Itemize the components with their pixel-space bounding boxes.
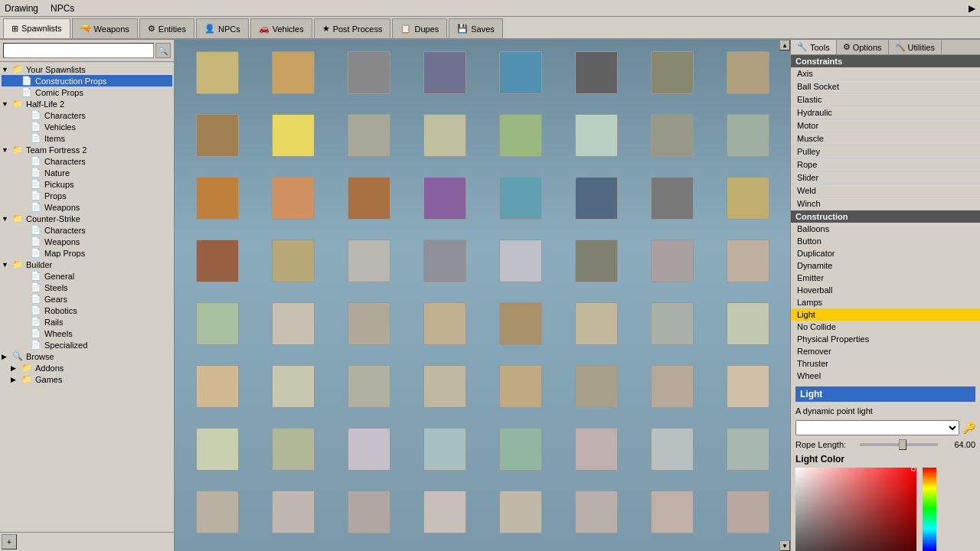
- sprite-cell-24[interactable]: [181, 234, 253, 288]
- sprite-cell-19[interactable]: [408, 171, 481, 225]
- tree-item-tf2-props[interactable]: 📄 Props: [2, 190, 172, 201]
- constraint-motor[interactable]: Motor: [791, 119, 980, 132]
- constraint-rope[interactable]: Rope: [791, 158, 980, 171]
- sprite-cell-25[interactable]: [256, 234, 329, 288]
- construction-remover[interactable]: Remover: [791, 345, 980, 357]
- sprite-cell-55[interactable]: [711, 422, 784, 476]
- tree-toggle-browse-games[interactable]: ▶: [11, 376, 20, 383]
- tree-item-browse-games[interactable]: ▶ 📁 Games: [2, 373, 172, 385]
- sprite-cell-60[interactable]: [484, 485, 557, 539]
- tree-item-tf2-characters[interactable]: 📄 Characters: [2, 155, 172, 167]
- sprite-cell-37[interactable]: [560, 297, 632, 350]
- sprite-cell-22[interactable]: [635, 171, 708, 225]
- sprite-cell-1[interactable]: [256, 46, 329, 99]
- tab-options[interactable]: ⚙ Options: [837, 40, 889, 54]
- sprite-cell-58[interactable]: [332, 485, 405, 539]
- center-scroll-up[interactable]: ▲: [779, 40, 790, 51]
- tree-item-browse-addons[interactable]: ▶ 📁 Addons: [2, 362, 172, 373]
- rope-length-thumb[interactable]: [899, 439, 906, 450]
- tab-npcs[interactable]: 👤 NPCs: [196, 18, 249, 38]
- sprite-cell-56[interactable]: [181, 485, 253, 539]
- color-gradient[interactable]: [795, 468, 916, 551]
- sprite-cell-3[interactable]: [408, 46, 481, 99]
- tab-tools[interactable]: 🔧 Tools: [791, 40, 837, 54]
- sprite-cell-46[interactable]: [635, 360, 708, 413]
- tree-item-half-life-2[interactable]: ▼ 📁 Half-Life 2: [2, 98, 172, 109]
- construction-hoverball[interactable]: Hoverball: [791, 284, 980, 296]
- sprite-cell-41[interactable]: [256, 360, 329, 413]
- tree-item-builder-steels[interactable]: 📄 Steels: [2, 282, 172, 293]
- tree-toggle-your-spawnlists[interactable]: ▼: [2, 66, 11, 73]
- sprite-cell-40[interactable]: [181, 360, 253, 413]
- tree-item-hl2-characters[interactable]: 📄 Characters: [2, 109, 172, 121]
- construction-dynamite[interactable]: Dynamite: [791, 259, 980, 272]
- tab-postprocess[interactable]: ★ Post Process: [314, 18, 391, 38]
- sprite-cell-38[interactable]: [635, 297, 708, 350]
- construction-button[interactable]: Button: [791, 235, 980, 247]
- sprite-cell-14[interactable]: [635, 109, 708, 162]
- constraint-winch[interactable]: Winch: [791, 197, 980, 210]
- sprite-cell-36[interactable]: [484, 297, 557, 350]
- sprite-cell-31[interactable]: [711, 234, 784, 288]
- constraint-slider[interactable]: Slider: [791, 171, 980, 184]
- sprite-cell-49[interactable]: [256, 422, 329, 476]
- constraint-muscle[interactable]: Muscle: [791, 132, 980, 145]
- constraint-ball-socket[interactable]: Ball Socket: [791, 80, 980, 93]
- tree-item-cs-weapons[interactable]: 📄 Weapons: [2, 236, 172, 247]
- sprite-cell-62[interactable]: [635, 485, 708, 539]
- tree-item-browse[interactable]: ▶ 🔍 Browse: [2, 350, 172, 362]
- sprite-cell-39[interactable]: [711, 297, 784, 350]
- constraint-axis[interactable]: Axis: [791, 67, 980, 80]
- sprite-cell-26[interactable]: [332, 234, 405, 288]
- constraint-elastic[interactable]: Elastic: [791, 93, 980, 106]
- sprite-cell-5[interactable]: [560, 46, 632, 99]
- sprite-cell-34[interactable]: [332, 297, 405, 350]
- tree-toggle-builder[interactable]: ▼: [2, 261, 11, 269]
- tree-toggle-team-fortress-2[interactable]: ▼: [2, 146, 11, 154]
- construction-balloons[interactable]: Balloons: [791, 223, 980, 235]
- constraint-pulley[interactable]: Pulley: [791, 145, 980, 158]
- sprite-cell-35[interactable]: [408, 297, 481, 350]
- sprite-cell-53[interactable]: [560, 422, 632, 476]
- tree-item-builder-general[interactable]: 📄 General: [2, 270, 172, 282]
- construction-wheel[interactable]: Wheel: [791, 370, 980, 382]
- search-input[interactable]: [3, 43, 154, 58]
- tree-toggle-browse-addons[interactable]: ▶: [11, 364, 20, 372]
- rope-length-track[interactable]: [860, 443, 938, 446]
- construction-duplicator[interactable]: Duplicator: [791, 247, 980, 259]
- light-settings-icon[interactable]: 🔑: [962, 422, 975, 434]
- tree-toggle-browse[interactable]: ▶: [2, 353, 11, 360]
- tree-item-cs-map-props[interactable]: 📄 Map Props: [2, 247, 172, 259]
- sprite-cell-33[interactable]: [256, 297, 329, 350]
- menu-drawing[interactable]: Drawing: [5, 3, 38, 14]
- construction-thruster[interactable]: Thruster: [791, 357, 980, 370]
- tab-weapons[interactable]: 🔫 Weapons: [72, 18, 138, 38]
- sprite-cell-4[interactable]: [484, 46, 557, 99]
- tree-item-hl2-items[interactable]: 📄 Items: [2, 132, 172, 144]
- sprite-cell-9[interactable]: [256, 109, 329, 162]
- construction-emitter[interactable]: Emitter: [791, 272, 980, 284]
- tab-utilities[interactable]: 🔨 Utilities: [889, 40, 942, 54]
- sprite-cell-59[interactable]: [408, 485, 481, 539]
- sprite-cell-27[interactable]: [408, 234, 481, 288]
- construction-lamps[interactable]: Lamps: [791, 296, 980, 308]
- tree-item-counter-strike[interactable]: ▼ 📁 Counter-Strike: [2, 213, 172, 224]
- sprite-cell-8[interactable]: [181, 109, 253, 162]
- sprite-cell-54[interactable]: [635, 422, 708, 476]
- tree-item-tf2-pickups[interactable]: 📄 Pickups: [2, 178, 172, 190]
- sprite-cell-48[interactable]: [181, 422, 253, 476]
- hue-strip[interactable]: [923, 468, 936, 551]
- tab-vehicles[interactable]: 🚗 Vehicles: [250, 18, 312, 38]
- tree-item-builder[interactable]: ▼ 📁 Builder: [2, 259, 172, 270]
- sprite-cell-10[interactable]: [332, 109, 405, 162]
- tree-item-builder-gears[interactable]: 📄 Gears: [2, 293, 172, 305]
- sprite-cell-15[interactable]: [711, 109, 784, 162]
- tree-item-construction-props[interactable]: 📄 Construction Props: [2, 75, 172, 86]
- tree-item-comic-props[interactable]: 📄 Comic Props: [2, 86, 172, 98]
- sprite-cell-32[interactable]: [181, 297, 253, 350]
- sprite-cell-21[interactable]: [560, 171, 632, 225]
- tree-footer-button[interactable]: +: [2, 534, 17, 549]
- sprite-cell-0[interactable]: [181, 46, 253, 99]
- sprite-cell-45[interactable]: [560, 360, 632, 413]
- tab-entities[interactable]: ⚙ Entities: [139, 18, 194, 38]
